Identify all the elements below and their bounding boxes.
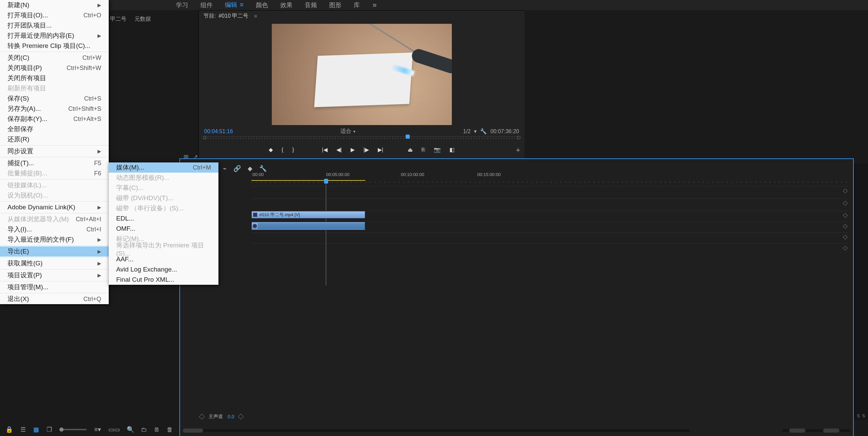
menu-item[interactable]: 关闭(C)Ctrl+W [0,53,109,63]
menu-item[interactable]: Adobe Dynamic Link(K)▶ [0,202,109,212]
ws-tab[interactable]: 效果 [274,0,299,11]
ws-overflow-icon[interactable]: » [366,1,384,10]
go-to-in-icon[interactable]: |◀ [322,146,327,153]
menu-item[interactable]: 新建(N)▶ [0,0,109,10]
work-area-bar[interactable] [251,180,365,181]
track-v1[interactable]: #010 甲二号.mp4 [V] [251,211,849,220]
menu-item[interactable]: 打开最近使用的内容(E)▶ [0,31,109,41]
timeline-h-zoom[interactable] [183,429,690,432]
keyframe-icon[interactable] [843,235,848,240]
ws-tab[interactable]: 图形 [323,0,348,11]
audio-clip[interactable] [251,222,365,230]
submenu-item[interactable]: EDL... [109,213,218,224]
snap-icon[interactable]: ⌁ [223,165,227,172]
track-a2[interactable] [251,232,849,242]
ws-tab[interactable]: 音频 [299,0,323,11]
submenu-item[interactable]: Final Cut Pro XML... [109,275,218,285]
menu-item[interactable]: 退出(X)Ctrl+Q [0,294,109,304]
export-frame-icon[interactable]: 📷 [434,146,441,153]
ws-tab[interactable]: 组件 [194,0,219,11]
submenu-item[interactable]: Avid Log Exchange... [109,264,218,275]
export-submenu[interactable]: 媒体(M)...Ctrl+M动态图形模板(R)...字幕(C)...磁带 (DV… [109,162,218,285]
playhead-icon[interactable] [324,179,328,184]
find-icon[interactable]: 🔍 [127,426,134,433]
keyframe-icon[interactable] [843,189,848,193]
track-a3[interactable] [251,243,849,253]
ws-tab[interactable]: 颜色 [250,0,274,11]
submenu-item[interactable]: OMF... [109,224,218,234]
wrench-icon[interactable]: 🔧 [480,128,487,135]
mark-in-icon[interactable]: { [282,147,283,153]
step-back-icon[interactable]: ◀| [336,146,342,153]
menu-item[interactable]: 关闭项目(P)Ctrl+Shift+W [0,63,109,73]
timeline-v-zoom[interactable] [782,429,850,432]
ws-tab-active[interactable]: 编辑 [219,0,250,11]
menu-item[interactable]: 保存副本(Y)...Ctrl+Alt+S [0,114,109,124]
menu-item[interactable]: 打开团队项目... [0,20,109,31]
menu-item[interactable]: 转换 Premiere Clip 项目(C)... [0,41,109,51]
menu-item[interactable]: 另存为(A)...Ctrl+Shift+S [0,104,109,114]
add-marker-icon[interactable]: ◆ [269,146,273,153]
list-view-icon[interactable]: ☰ [20,426,26,433]
trash-icon[interactable]: 🗑 [167,426,173,433]
link-icon[interactable]: 🔗 [233,165,241,172]
add-button-icon[interactable]: ＋ [514,145,522,155]
menu-item: 链接媒体(L)... [0,180,109,190]
extract-icon[interactable]: ⎘ [422,147,425,153]
play-icon[interactable]: ▶ [351,146,355,153]
menu-item[interactable]: 全部保存 [0,124,109,134]
thumb-zoom-slider[interactable] [59,429,87,430]
video-clip[interactable]: #010 甲二号.mp4 [V] [251,211,365,219]
menu-item[interactable]: 导入(I)...Ctrl+I [0,224,109,234]
lift-icon[interactable]: ⏏ [408,146,413,153]
menu-item[interactable]: 导出(E)▶ [0,246,109,257]
keyframe-icon[interactable] [199,414,205,420]
keyframe-icon[interactable] [843,213,848,218]
track-a1[interactable] [251,222,849,231]
program-video-frame[interactable] [272,24,452,125]
ws-tab[interactable]: 库 [348,0,366,11]
menu-label: 退出(X) [7,295,29,303]
keyframe-icon[interactable] [238,414,244,420]
mark-out-icon[interactable]: } [292,147,294,153]
freeform-view-icon[interactable]: ❐ [47,426,52,433]
marker-icon[interactable]: ◆ [248,165,252,172]
program-playhead-icon[interactable] [406,135,410,139]
ws-tab[interactable]: 学习 [170,0,194,11]
compare-icon[interactable]: ◧ [449,146,455,153]
icon-view-icon[interactable]: ▦ [33,426,39,433]
file-menu[interactable]: 新建(N)▶打开项目(O)...Ctrl+O打开团队项目...打开最近使用的内容… [0,0,109,304]
menu-item[interactable]: 关闭所有项目 [0,73,109,83]
new-bin-icon[interactable]: 🗀 [141,426,147,433]
go-to-out-icon[interactable]: ▶| [378,146,383,153]
program-timecode-in[interactable]: 00:04:51:16 [204,128,233,135]
track-v2[interactable] [251,198,849,208]
keyframe-icon[interactable] [843,224,848,229]
program-mini-ruler[interactable] [205,136,518,144]
step-forward-icon[interactable]: |▶ [364,146,369,153]
settings-icon[interactable]: 🔧 [259,165,267,172]
master-audio-head[interactable]: 主声道 0.0 [180,412,263,421]
sort-icon[interactable]: ≡▾ [94,426,101,433]
keyframe-icon[interactable] [843,246,848,250]
lock-icon[interactable]: 🔒 [5,426,13,433]
program-resolution[interactable]: 1/2 [463,128,471,135]
auto-seq-icon[interactable]: ▭▭ [108,426,120,433]
track-v3[interactable] [251,186,849,196]
timeline-ruler[interactable]: :00:0000:05:00:0000:10:00:0000:15:00:00 [251,172,850,184]
menu-item[interactable]: 保存(S)Ctrl+S [0,93,109,104]
menu-item[interactable]: 获取属性(G)▶ [0,258,109,268]
menu-item[interactable]: 还原(R) [0,134,109,144]
master-value[interactable]: 0.0 [228,414,234,419]
submenu-item[interactable]: 媒体(M)...Ctrl+M [109,162,218,173]
menu-item[interactable]: 捕捉(T)...F5 [0,158,109,168]
keyframe-icon[interactable] [843,201,848,206]
menu-item[interactable]: 导入最近使用的文件(F)▶ [0,234,109,245]
menu-item[interactable]: 同步设置▶ [0,146,109,156]
menu-item[interactable]: 项目设置(P)▶ [0,270,109,280]
program-zoom-fit[interactable]: 适合 ▾ [340,128,355,135]
menu-item[interactable]: 项目管理(M)... [0,282,109,292]
new-item-icon[interactable]: 🗎 [154,426,160,433]
program-tab[interactable]: 节目: #010 甲二号 [199,11,525,22]
menu-item[interactable]: 打开项目(O)...Ctrl+O [0,10,109,20]
